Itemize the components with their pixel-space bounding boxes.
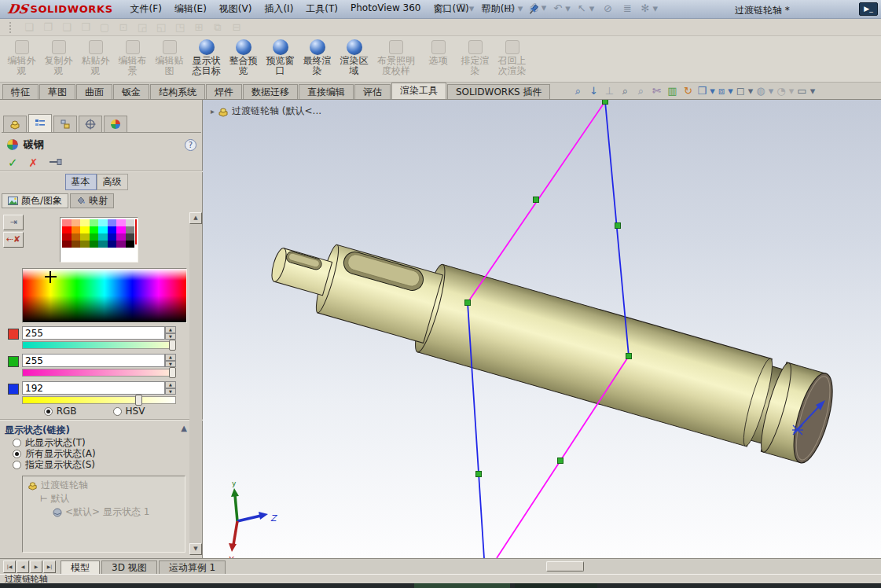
view-selector-icon[interactable]: ❒ ▾: [697, 85, 714, 97]
menu-item[interactable]: 工具(T): [299, 0, 344, 19]
zoom-area-icon[interactable]: ⌕: [634, 85, 647, 97]
open-icon[interactable]: ❒ ▾: [481, 2, 498, 14]
blue-spinner[interactable]: ▲▼: [165, 381, 176, 395]
color-swatch[interactable]: [72, 226, 81, 233]
color-swatch[interactable]: [108, 233, 117, 241]
menu-item[interactable]: 编辑(E): [168, 0, 213, 19]
color-swatch[interactable]: [80, 226, 90, 233]
color-swatch[interactable]: [116, 219, 126, 226]
color-spectrum-picker[interactable]: [22, 268, 187, 323]
clipping-icon[interactable]: ▥: [666, 85, 678, 97]
tree-item-configuration[interactable]: ⊢ 默认: [23, 492, 185, 505]
command-tab[interactable]: 渲染工具: [391, 83, 446, 99]
blue-slider-thumb[interactable]: [135, 395, 142, 406]
color-swatch[interactable]: [116, 241, 126, 248]
menu-item[interactable]: 文件(F): [124, 0, 168, 19]
cancel-button[interactable]: ✗: [29, 156, 39, 169]
ribbon-button[interactable]: 整合预览: [225, 38, 262, 76]
hide-show-icon[interactable]: ◍ ▾: [756, 85, 773, 97]
undo-icon[interactable]: ↶ ▾: [553, 2, 571, 14]
blue-slider[interactable]: [22, 396, 176, 404]
keep-visible-pin-icon[interactable]: [49, 157, 63, 168]
tree-item-display-state[interactable]: <默认> 显示状态 1: [23, 505, 185, 519]
color-swatch[interactable]: [108, 241, 117, 248]
new-document-icon[interactable]: ❐ ▾: [457, 2, 474, 14]
options-gear-icon[interactable]: ✻ ▾: [641, 2, 658, 14]
scroll-down-icon[interactable]: ▼: [189, 543, 202, 555]
zoom-in-icon[interactable]: ⌕: [619, 85, 631, 97]
color-swatch[interactable]: [72, 241, 81, 248]
sheet-tab[interactable]: 运动算例 1: [159, 560, 226, 574]
feature-manager-icon[interactable]: [3, 116, 27, 132]
color-swatch[interactable]: [90, 241, 99, 248]
flyout-feature-tree[interactable]: ▸ 过渡链轮轴 (默认<...: [211, 105, 321, 118]
color-swatch[interactable]: [126, 226, 135, 233]
color-swatch[interactable]: [72, 219, 81, 226]
color-swatch[interactable]: [62, 219, 72, 226]
blue-value-input[interactable]: [22, 381, 165, 395]
ribbon-button[interactable]: 显示状态目标: [188, 38, 225, 76]
color-swatch[interactable]: [62, 233, 72, 241]
color-swatch[interactable]: [98, 241, 108, 248]
section-view-icon[interactable]: ✄: [650, 85, 663, 97]
red-spinner[interactable]: ▲▼: [165, 326, 176, 340]
remove-appearance-icon[interactable]: ⇠✘: [3, 232, 24, 248]
color-swatch[interactable]: [108, 219, 117, 226]
section-plane-icon[interactable]: ⊥: [603, 85, 615, 97]
menu-item[interactable]: 插入(I): [258, 0, 299, 19]
rotate-view-icon[interactable]: ↻: [681, 85, 694, 97]
ok-button[interactable]: ✓: [8, 156, 18, 170]
dimxpert-manager-icon[interactable]: [79, 116, 102, 132]
tree-item-part[interactable]: 过渡链轮轴: [23, 479, 185, 492]
apply-appearance-scope-icon[interactable]: ⇥: [3, 215, 24, 230]
scene-monitor-icon[interactable]: ▭ ▾: [797, 85, 815, 97]
command-tab[interactable]: 评估: [354, 84, 391, 99]
graphics-viewport[interactable]: ▸ 过渡链轮轴 (默认<...: [203, 100, 881, 558]
color-swatch[interactable]: [72, 233, 81, 241]
advanced-mode-button[interactable]: 高级: [97, 174, 128, 190]
command-tab[interactable]: 草图: [39, 84, 75, 99]
color-image-tab[interactable]: 颜色/图象: [2, 193, 68, 208]
color-swatch[interactable]: [90, 226, 99, 233]
specify-display-states-radio[interactable]: 指定显示状态(S): [13, 458, 95, 472]
home-icon[interactable]: ⌂: [437, 2, 450, 14]
color-swatch[interactable]: [116, 226, 126, 233]
command-tab[interactable]: 数据迁移: [243, 84, 298, 99]
collapse-chevron-icon[interactable]: ▲: [181, 424, 187, 437]
mapping-tab[interactable]: 映射: [70, 193, 114, 208]
command-tab[interactable]: 特征: [2, 84, 39, 99]
color-swatch[interactable]: [80, 219, 90, 226]
menu-item[interactable]: PhotoView 360: [344, 0, 427, 19]
appearances-icon[interactable]: ◔ ▾: [776, 85, 794, 97]
tab-scrollbar-handle[interactable]: [546, 561, 584, 571]
color-swatch[interactable]: [98, 226, 108, 233]
color-swatch[interactable]: [108, 226, 117, 233]
command-tab[interactable]: 直接编辑: [299, 84, 354, 99]
green-spinner[interactable]: ▲▼: [165, 354, 176, 367]
color-swatch[interactable]: [116, 233, 126, 241]
command-tab[interactable]: SOLIDWORKS 插件: [447, 84, 550, 99]
select-icon[interactable]: ↖ ▾: [578, 2, 595, 14]
color-swatch[interactable]: [98, 219, 108, 226]
basic-mode-button[interactable]: 基本: [65, 174, 97, 190]
property-manager-icon[interactable]: [28, 114, 52, 132]
sheet-nav-icon[interactable]: ▶: [30, 560, 42, 573]
green-slider[interactable]: [22, 369, 176, 377]
sheet-tab[interactable]: 模型: [61, 560, 100, 574]
color-swatch[interactable]: [126, 241, 135, 248]
command-tab[interactable]: 焊件: [206, 84, 242, 99]
help-icon[interactable]: ?: [185, 139, 196, 151]
previous-view-icon[interactable]: ↓: [587, 85, 600, 97]
configuration-manager-icon[interactable]: [53, 116, 77, 132]
ribbon-button[interactable]: 最终渲染: [299, 38, 336, 76]
scroll-up-icon[interactable]: ▲: [189, 212, 202, 224]
color-swatch[interactable]: [126, 219, 135, 226]
properties-icon[interactable]: ≣: [621, 2, 633, 14]
sheet-nav-icon[interactable]: |◀: [3, 560, 16, 573]
color-swatch[interactable]: [80, 241, 90, 248]
color-swatch[interactable]: [62, 241, 72, 248]
sheet-nav-icon[interactable]: ▶|: [43, 560, 56, 573]
display-manager-icon[interactable]: [104, 116, 127, 132]
color-swatch[interactable]: [90, 219, 99, 226]
color-swatch[interactable]: [90, 233, 99, 241]
